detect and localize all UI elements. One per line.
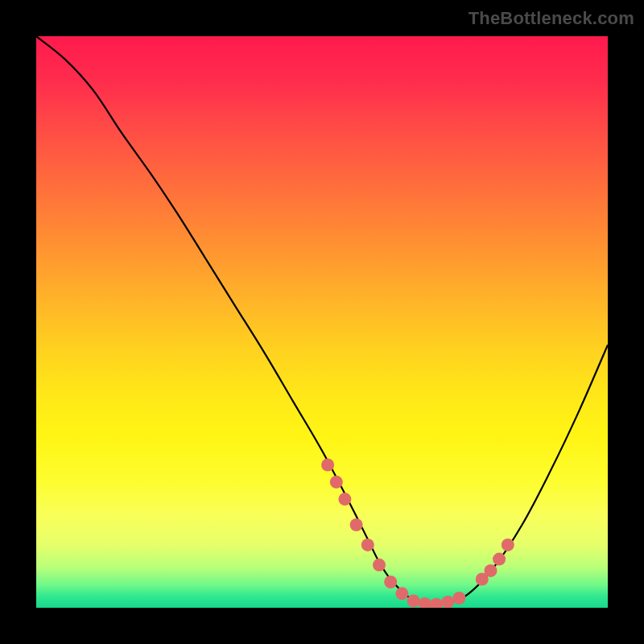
highlight-point: [384, 576, 397, 588]
watermark-label: TheBottleneck.com: [469, 8, 634, 29]
plot-area: [36, 36, 608, 608]
highlight-point: [338, 493, 351, 506]
highlight-point: [502, 539, 514, 551]
chart-svg: [36, 36, 608, 608]
highlight-point: [350, 518, 363, 531]
highlight-point: [419, 597, 431, 608]
highlight-point: [452, 592, 465, 605]
highlight-point: [407, 595, 420, 608]
highlight-point: [395, 587, 408, 600]
highlight-points-group: [321, 459, 514, 609]
curve-path: [36, 36, 608, 606]
highlight-point: [321, 459, 334, 472]
highlight-point: [493, 553, 506, 566]
highlight-point: [441, 596, 454, 608]
chart-frame: TheBottleneck.com: [0, 0, 644, 644]
highlight-point: [361, 539, 374, 551]
highlight-point: [330, 476, 343, 489]
highlight-point: [430, 598, 443, 608]
highlight-point: [373, 559, 386, 572]
highlight-point: [485, 564, 497, 577]
